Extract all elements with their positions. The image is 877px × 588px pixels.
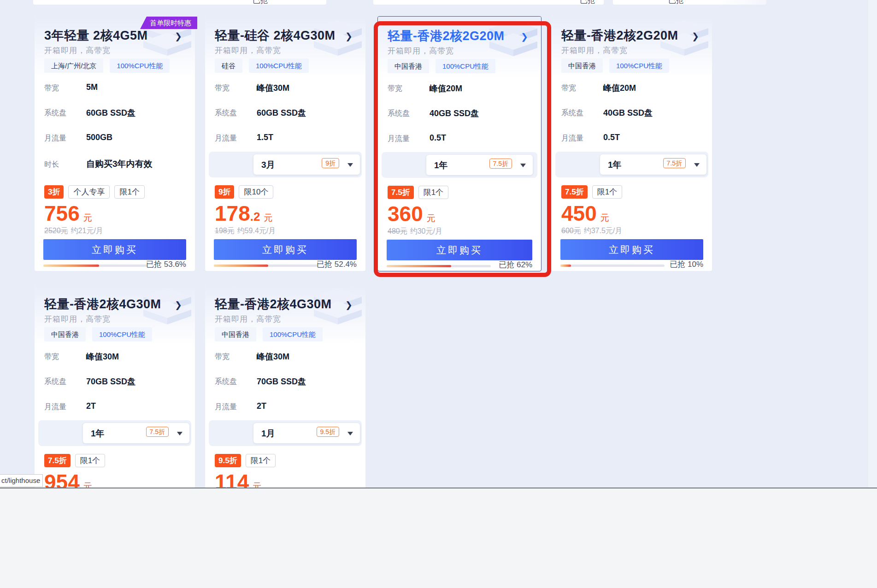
card-subtitle: 开箱即用，高带宽: [388, 46, 454, 56]
region-tag: 中国香港: [388, 59, 429, 73]
sold-percent-label: 已抢 53.6%: [146, 259, 186, 270]
region-tag: 上海/广州/北京: [44, 59, 103, 73]
sold-percent-label: 已抢 10%: [670, 259, 703, 270]
cutoff-sold-label: 已抢: [580, 0, 609, 5]
chevron-right-icon[interactable]: ❯: [345, 300, 353, 310]
pricing-page: 已抢 已抢 已抢 首单限时特惠 3年轻量 2核4G5M ❯ 开箱即用，高带宽 上…: [0, 0, 877, 588]
spec-row-traffic: 月流量1.5T: [215, 134, 358, 144]
spec-row-traffic: 月流量500GB: [44, 134, 188, 144]
current-price: 360元: [388, 202, 436, 226]
spec-row-bandwidth: 带宽峰值20M: [561, 83, 705, 94]
card-title[interactable]: 3年轻量 2核4G5M: [44, 27, 148, 44]
discount-tag-row: 7.5折 限1个: [44, 454, 105, 467]
browser-viewport: 已抢 已抢 已抢 首单限时特惠 3年轻量 2核4G5M ❯ 开箱即用，高带宽 上…: [0, 0, 877, 488]
sold-percent-label: 已抢 62%: [499, 259, 532, 270]
spec-row-disk: 系统盘40GB SSD盘: [561, 108, 705, 118]
discount-tag-row: 9折 限10个: [215, 185, 273, 199]
discount-tag-row: 7.5折 限1个: [388, 186, 448, 199]
region-tag: 中国香港: [561, 59, 603, 73]
limit-tag: 限1个: [75, 454, 105, 467]
cutoff-card: [373, 0, 604, 5]
current-price: 114元: [215, 470, 261, 488]
sold-progress: [214, 265, 318, 267]
region-tag: 硅谷: [215, 59, 242, 73]
product-card-3yr-2c4g5m: 首单限时特惠 3年轻量 2核4G5M ❯ 开箱即用，高带宽 上海/广州/北京 1…: [35, 16, 195, 271]
duration-selected-value: 1年: [434, 159, 448, 171]
sold-progress: [387, 265, 491, 267]
card-title[interactable]: 轻量-香港2核4G30M: [44, 296, 161, 312]
spec-row-bandwidth: 带宽峰值30M: [215, 83, 358, 94]
buy-now-button[interactable]: 立即购买: [560, 239, 703, 260]
sold-percent-label: 已抢 52.4%: [317, 259, 357, 270]
chevron-right-icon[interactable]: ❯: [521, 31, 528, 42]
tag-row: 中国香港 100%CPU性能: [215, 327, 323, 341]
discount-tag-row: 9.5折 限1个: [215, 454, 276, 467]
scrollbar-track[interactable]: [868, 0, 877, 488]
chevron-right-icon[interactable]: ❯: [175, 300, 182, 310]
cpu-performance-tag: 100%CPU性能: [110, 59, 170, 73]
sold-progress: [43, 265, 147, 267]
original-price: 2520元约21元/月: [44, 226, 103, 236]
duration-select[interactable]: 1月 9.5折: [253, 423, 360, 443]
discount-tag: 7.5折: [388, 186, 414, 199]
duration-discount-badge: 7.5折: [489, 159, 512, 169]
cpu-performance-tag: 100%CPU性能: [92, 327, 152, 341]
spec-row-traffic: 月流量0.5T: [388, 134, 534, 144]
caret-down-icon: [347, 432, 353, 438]
cutoff-sold-label: 已抢: [253, 0, 282, 5]
spec-row-disk: 系统盘70GB SSD盘: [44, 377, 188, 387]
card-subtitle: 开箱即用，高带宽: [44, 314, 111, 324]
duration-selected-value: 1年: [608, 159, 622, 171]
buy-now-button[interactable]: 立即购买: [43, 239, 186, 260]
below-window-area: [0, 488, 877, 588]
duration-selected-value: 1年: [91, 428, 105, 440]
caret-down-icon: [347, 163, 353, 170]
chevron-right-icon[interactable]: ❯: [345, 31, 353, 41]
tag-row: 上海/广州/北京 100%CPU性能: [44, 59, 170, 73]
buy-now-button[interactable]: 立即购买: [387, 240, 532, 260]
discount-tag-row: 7.5折 限1个: [561, 185, 622, 199]
duration-select[interactable]: 1年 7.5折: [83, 423, 189, 443]
current-price: 756元: [44, 202, 92, 225]
duration-value: 自购买3年内有效: [86, 158, 153, 170]
region-tag: 中国香港: [44, 327, 86, 341]
duration-select[interactable]: 1年 7.5折: [426, 155, 533, 175]
buy-now-button[interactable]: 立即购买: [214, 239, 357, 260]
duration-select[interactable]: 1年 7.5折: [600, 154, 706, 175]
limit-tag: 限1个: [114, 185, 144, 199]
card-title[interactable]: 轻量-香港2核4G30M: [215, 296, 332, 312]
spec-row-disk: 系统盘60GB SSD盘: [215, 108, 358, 118]
discount-tag: 3折: [44, 185, 64, 199]
card-subtitle: 开箱即用，高带宽: [561, 45, 628, 56]
caret-down-icon: [177, 432, 182, 438]
discount-tag: 7.5折: [561, 185, 588, 199]
discount-tag: 9折: [215, 185, 234, 199]
chevron-right-icon[interactable]: ❯: [692, 31, 699, 41]
caret-down-icon: [694, 163, 700, 170]
product-card-silicon-valley: 轻量-硅谷 2核4G30M ❯ 开箱即用，高带宽 硅谷 100%CPU性能 带宽…: [205, 16, 365, 271]
current-price: 178.2元: [215, 202, 272, 225]
duration-selected-value: 3月: [261, 159, 275, 171]
cpu-performance-tag: 100%CPU性能: [263, 327, 323, 341]
product-card-hk-2c2g20m: 轻量-香港2核2G20M ❯ 开箱即用，高带宽 中国香港 100%CPU性能 带…: [552, 16, 712, 271]
spec-row-disk: 系统盘40GB SSD盘: [388, 109, 534, 119]
card-title[interactable]: 轻量-硅谷 2核4G30M: [215, 27, 335, 44]
original-price: 480元约30元/月: [388, 227, 442, 236]
duration-discount-badge: 9折: [322, 158, 339, 168]
spec-row-traffic: 月流量2T: [44, 402, 188, 412]
spec-row-disk: 系统盘60GB SSD盘: [44, 108, 188, 118]
current-price: 450元: [561, 202, 609, 225]
chevron-right-icon[interactable]: ❯: [175, 31, 182, 41]
cpu-performance-tag: 100%CPU性能: [249, 59, 309, 73]
limit-tag: 限1个: [418, 186, 448, 199]
tag-row: 中国香港 100%CPU性能: [561, 59, 669, 73]
product-card-hk-2c4g30m-year: 轻量-香港2核4G30M ❯ 开箱即用，高带宽 中国香港 100%CPU性能 带…: [35, 285, 195, 488]
discount-tag-row: 3折 个人专享 限1个: [44, 185, 145, 199]
original-price: 600元约37.5元/月: [561, 226, 622, 236]
duration-select[interactable]: 3月 9折: [253, 154, 360, 175]
current-price: 954元: [44, 470, 92, 488]
spec-row-bandwidth: 带宽5M: [44, 83, 188, 94]
card-title[interactable]: 轻量-香港2核2G20M: [561, 27, 678, 44]
card-title[interactable]: 轻量-香港2核2G20M: [388, 28, 505, 44]
card-subtitle: 开箱即用，高带宽: [215, 45, 281, 56]
